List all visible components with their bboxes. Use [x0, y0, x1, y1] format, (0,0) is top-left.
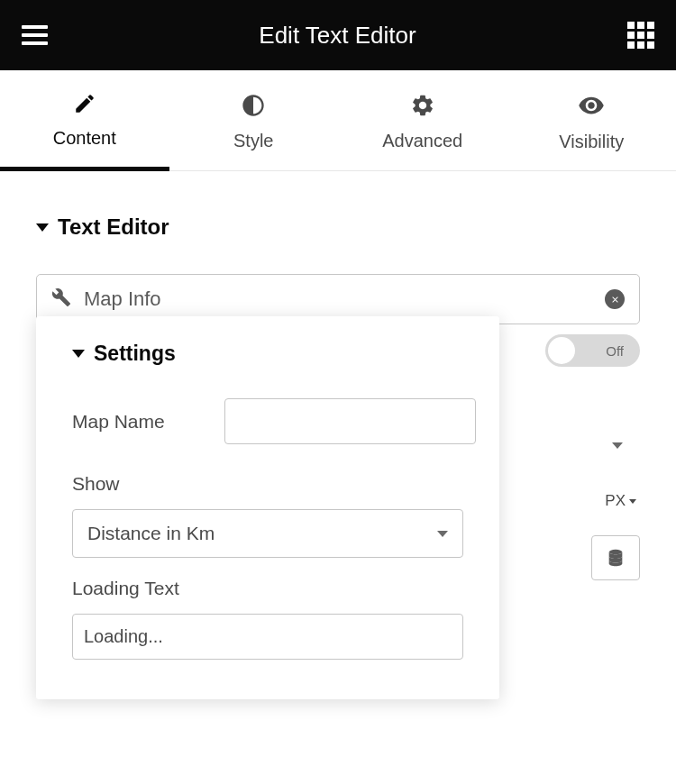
section-title: Text Editor	[58, 214, 169, 240]
tab-advanced[interactable]: Advanced	[338, 70, 507, 170]
wrench-icon	[51, 287, 71, 311]
section-header[interactable]: Text Editor	[0, 171, 676, 258]
close-icon	[610, 295, 620, 305]
loading-text-group: Loading Text	[72, 578, 463, 660]
tab-visibility[interactable]: Visibility	[507, 70, 677, 170]
map-name-input[interactable]	[224, 398, 476, 444]
caret-down-icon	[72, 350, 85, 358]
tab-label: Style	[233, 131, 273, 151]
pencil-icon	[73, 92, 96, 115]
database-button[interactable]	[591, 535, 640, 580]
popover-header[interactable]: Settings	[72, 342, 463, 366]
field-value: Map Info	[84, 287, 605, 311]
gear-icon	[410, 93, 435, 118]
caret-down-icon	[612, 442, 623, 449]
tab-style[interactable]: Style	[169, 70, 339, 170]
loading-text-label: Loading Text	[72, 578, 463, 599]
database-icon	[606, 548, 626, 568]
toggle-row: Off	[545, 334, 640, 367]
unit-selector[interactable]: PX	[605, 492, 636, 510]
contrast-icon	[241, 93, 266, 118]
tab-label: Content	[53, 128, 116, 149]
show-select[interactable]: Distance in Km	[72, 509, 463, 558]
settings-popover: Settings Map Name Show Distance in Km Lo…	[36, 316, 499, 699]
show-value: Distance in Km	[87, 523, 215, 544]
header-title: Edit Text Editor	[259, 22, 416, 50]
apps-grid-icon[interactable]	[627, 22, 654, 49]
caret-down-icon	[36, 223, 49, 232]
caret-down-icon	[629, 499, 636, 504]
tab-label: Advanced	[382, 131, 462, 151]
caret-down-icon	[437, 531, 448, 537]
menu-icon[interactable]	[22, 25, 48, 45]
eye-icon	[578, 92, 605, 119]
toggle-switch[interactable]: Off	[545, 334, 640, 367]
popover-title: Settings	[94, 342, 176, 366]
map-name-row: Map Name	[72, 398, 463, 444]
clear-button[interactable]	[605, 289, 625, 309]
tabs-bar: Content Style Advanced Visibility	[0, 70, 676, 171]
bg-dropdown[interactable]	[595, 429, 640, 461]
tab-label: Visibility	[559, 132, 624, 152]
svg-point-0	[609, 550, 623, 555]
toggle-knob	[548, 337, 575, 364]
content-area: Map Info Off PX Settings Map Name	[0, 258, 676, 341]
toggle-label: Off	[606, 343, 624, 359]
show-label: Show	[72, 473, 463, 495]
loading-text-input[interactable]	[72, 614, 463, 660]
tab-content[interactable]: Content	[0, 70, 169, 171]
show-group: Show Distance in Km	[72, 473, 463, 558]
map-name-label: Map Name	[72, 411, 203, 433]
editor-header: Edit Text Editor	[0, 0, 676, 70]
unit-label: PX	[605, 492, 626, 510]
